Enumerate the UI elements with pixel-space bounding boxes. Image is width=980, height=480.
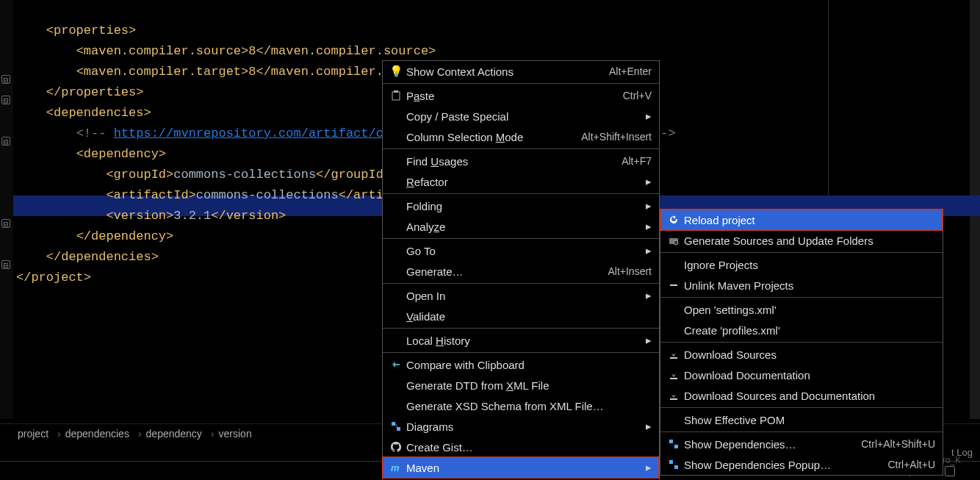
menu-separator bbox=[383, 283, 659, 284]
diagram-icon bbox=[666, 439, 681, 449]
menu-analyze[interactable]: Analyze ▸ bbox=[383, 216, 659, 237]
svg-rect-14 bbox=[669, 460, 673, 464]
menu-diagrams[interactable]: Diagrams▸ bbox=[383, 416, 659, 437]
svg-rect-13 bbox=[674, 445, 678, 448]
menu-separator bbox=[383, 328, 659, 329]
reload-icon bbox=[666, 215, 681, 225]
submenu-reload-project[interactable]: Reload project bbox=[660, 209, 943, 230]
fold-icon[interactable]: ⊟ bbox=[1, 75, 10, 84]
menu-separator bbox=[383, 352, 659, 353]
minus-icon bbox=[666, 280, 681, 290]
submenu-show-effective-pom[interactable]: Show Effective POM bbox=[660, 409, 943, 430]
menu-separator bbox=[660, 252, 943, 253]
menu-separator bbox=[660, 431, 943, 432]
menu-validate[interactable]: Validate bbox=[383, 306, 659, 326]
menu-goto[interactable]: Go To▸ bbox=[383, 240, 659, 261]
breadcrumb-item[interactable]: dependencies bbox=[65, 428, 129, 440]
submenu-show-dependencies[interactable]: Show Dependencies… Ctrl+Alt+Shift+U bbox=[660, 434, 943, 454]
svg-rect-2 bbox=[392, 422, 395, 426]
menu-separator bbox=[383, 148, 659, 149]
download-icon bbox=[666, 370, 681, 380]
fold-icon[interactable]: ⊟ bbox=[1, 219, 10, 228]
fold-icon[interactable]: ⊟ bbox=[1, 96, 10, 104]
paste-icon bbox=[389, 90, 403, 101]
github-icon bbox=[389, 442, 403, 452]
gutter: ⊟ ⊟ ⊟ ⊟ ⊟ bbox=[0, 0, 13, 419]
menu-separator bbox=[660, 342, 943, 343]
menu-separator bbox=[383, 83, 659, 84]
svg-rect-0 bbox=[392, 92, 400, 100]
menu-generate[interactable]: Generate…Alt+Insert bbox=[383, 261, 659, 282]
submenu-download-sources[interactable]: Download Sources bbox=[660, 344, 943, 365]
svg-text:m: m bbox=[391, 462, 400, 473]
context-menu: 💡 Show Context Actions Alt+Enter Paste C… bbox=[382, 60, 660, 480]
breadcrumb-item[interactable]: version bbox=[219, 428, 252, 440]
download-icon bbox=[666, 349, 681, 359]
gear-folder-icon bbox=[666, 235, 681, 246]
menu-generate-dtd[interactable]: Generate DTD from XML File bbox=[383, 375, 659, 395]
submenu-ignore-projects[interactable]: Ignore Projects bbox=[660, 254, 943, 275]
bulb-icon: 💡 bbox=[389, 65, 403, 78]
submenu-download-documentation[interactable]: Download Documentation bbox=[660, 365, 943, 385]
breadcrumb-item[interactable]: project bbox=[18, 428, 48, 440]
svg-point-7 bbox=[674, 240, 678, 245]
submenu-open-settings[interactable]: Open 'settings.xml' bbox=[660, 299, 943, 320]
breadcrumb-item[interactable]: dependency bbox=[146, 428, 202, 440]
menu-paste[interactable]: Paste Ctrl+V bbox=[383, 85, 659, 106]
menu-open-in[interactable]: Open In▸ bbox=[383, 285, 659, 306]
menu-separator bbox=[660, 407, 943, 408]
svg-rect-15 bbox=[674, 465, 678, 469]
submenu-create-profiles[interactable]: Create 'profiles.xml' bbox=[660, 320, 943, 340]
svg-rect-12 bbox=[669, 440, 673, 443]
submenu-generate-sources[interactable]: Generate Sources and Update Folders bbox=[660, 230, 943, 251]
menu-maven[interactable]: m Maven▸ bbox=[383, 457, 659, 478]
menu-compare-clipboard[interactable]: Compare with Clipboard bbox=[383, 354, 659, 375]
menu-folding[interactable]: Folding▸ bbox=[383, 196, 659, 216]
menu-show-context-actions[interactable]: 💡 Show Context Actions Alt+Enter bbox=[383, 61, 659, 82]
menu-local-history[interactable]: Local History ▸ bbox=[383, 330, 659, 351]
diagram-icon bbox=[389, 421, 403, 431]
menu-separator bbox=[660, 297, 943, 298]
submenu-download-sources-doc[interactable]: Download Sources and Documentation bbox=[660, 385, 943, 406]
diff-icon bbox=[389, 359, 403, 370]
menu-copy-paste-special[interactable]: Copy / Paste Special▸ bbox=[383, 106, 659, 126]
fold-icon[interactable]: ⊟ bbox=[1, 137, 10, 146]
svg-rect-9 bbox=[670, 357, 677, 359]
svg-rect-8 bbox=[670, 284, 677, 286]
menu-generate-xsd[interactable]: Generate XSD Schema from XML File… bbox=[383, 395, 659, 416]
menu-column-selection[interactable]: Column Selection Mode Alt+Shift+Insert bbox=[383, 126, 659, 147]
menu-separator bbox=[383, 238, 659, 239]
lock-icon[interactable] bbox=[945, 466, 955, 476]
svg-rect-10 bbox=[670, 378, 677, 379]
menu-find-usages[interactable]: Find Usages Alt+F7 bbox=[383, 151, 659, 171]
svg-rect-11 bbox=[670, 398, 677, 400]
menu-refactor[interactable]: Refactor ▸ bbox=[383, 171, 659, 192]
maven-icon: m bbox=[389, 462, 403, 473]
menu-create-gist[interactable]: Create Gist… bbox=[383, 437, 659, 457]
fold-icon[interactable]: ⊟ bbox=[1, 260, 10, 269]
svg-rect-1 bbox=[394, 90, 398, 93]
submenu-unlink-projects[interactable]: Unlink Maven Projects bbox=[660, 275, 943, 295]
download-icon bbox=[666, 390, 681, 401]
diagram-icon bbox=[666, 459, 681, 470]
submenu-show-dependencies-popup[interactable]: Show Dependencies Popup… Ctrl+Alt+U bbox=[660, 454, 943, 475]
menu-separator bbox=[383, 193, 659, 194]
maven-submenu: Reload project Generate Sources and Upda… bbox=[660, 209, 943, 476]
